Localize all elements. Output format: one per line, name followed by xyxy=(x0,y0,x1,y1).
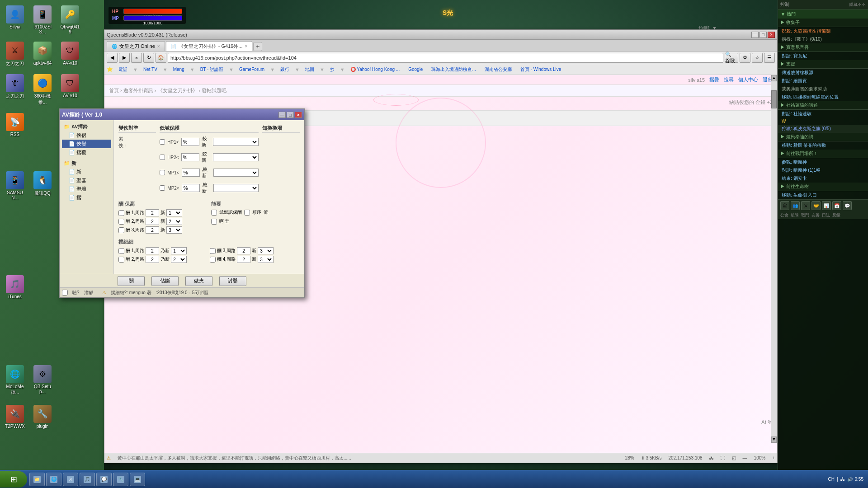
support-header[interactable]: ▶ 支援 xyxy=(780,61,866,67)
sub4-slot[interactable]: 123 xyxy=(258,256,274,263)
profile-link[interactable]: 個人中心 xyxy=(738,76,758,83)
desktop-icon-qq[interactable]: 🐧 騰訊QQ xyxy=(30,169,55,202)
sub3-slot[interactable]: 123 xyxy=(258,247,274,254)
av-restore-btn[interactable]: □ xyxy=(287,112,294,118)
av-discuss-btn[interactable]: 討鑿 xyxy=(219,276,246,286)
desktop-icon-samsung[interactable]: 📱 SAMSUN... xyxy=(2,169,28,202)
team-icon[interactable]: 👥 xyxy=(791,201,800,210)
mp1-select[interactable] xyxy=(213,169,258,177)
refresh-button[interactable]: ↻ xyxy=(143,53,154,63)
desktop-icon-i9100[interactable]: 📱 I9100ZSlS... xyxy=(30,4,55,36)
skill3-checkbox[interactable] xyxy=(118,227,124,233)
desktop-icon-plugin[interactable]: 🔧 plugin xyxy=(30,403,55,431)
address-bar[interactable]: http://bbs.g419.com/post.php?action=newt… xyxy=(168,53,723,63)
sub2-num[interactable] xyxy=(146,256,159,263)
bookmark-zhuhai[interactable]: 珠海出入境邊防檢查... xyxy=(428,65,479,74)
av-tree-item-2[interactable]: 📄俠變 xyxy=(62,140,111,148)
baoyini-header[interactable]: ▶ 寶意尼音吾 xyxy=(780,44,866,51)
desktop-icon-av[interactable]: 🛡 AV-v10 xyxy=(57,40,83,69)
bookmark-nettv[interactable]: Net TV xyxy=(140,66,160,73)
guild-icon[interactable]: 🏛 xyxy=(780,201,789,210)
bookmark-copy[interactable]: 抄 xyxy=(327,65,338,74)
desktop-icon-360[interactable]: 🔵 360手機推... xyxy=(30,72,55,108)
hp1-select[interactable] xyxy=(213,138,258,146)
taskbar-code-item[interactable]: 💻 xyxy=(130,473,145,486)
forward-button[interactable]: ▶ xyxy=(119,53,130,63)
lifetree-header[interactable]: ▶ 前往生命樹 xyxy=(780,183,866,190)
taskbar-browser-item[interactable]: 🌐 xyxy=(46,473,61,486)
skill2-num[interactable] xyxy=(146,218,159,225)
browser-tab-2[interactable]: 📄 《女皇之刀外掛》- G419外... × xyxy=(166,41,253,51)
taskbar-media-item[interactable]: 🎵 xyxy=(80,473,95,486)
fullscreen-icon[interactable]: ⛶ xyxy=(721,455,725,460)
settings-button[interactable]: ⚙ xyxy=(740,53,750,63)
window-icon[interactable]: ◱ xyxy=(732,455,736,460)
restore-button[interactable]: □ xyxy=(760,32,767,38)
lifetree-task[interactable]: 移動: 生命樹 入口 xyxy=(778,191,868,199)
colony-task[interactable]: 移動: 雜民 某某的移動 xyxy=(778,141,868,150)
hp2-input[interactable] xyxy=(181,153,199,161)
mp2-checkbox[interactable] xyxy=(160,185,165,191)
section-header-tasks[interactable]: ▼熱鬥 xyxy=(778,9,868,19)
skill1-checkbox[interactable] xyxy=(118,210,124,216)
browser-tab-1[interactable]: 🌐 女皇之刀 Online × xyxy=(107,41,165,51)
daily-icon[interactable]: 📅 xyxy=(832,201,841,210)
close-nav-button[interactable]: × xyxy=(131,53,142,63)
sub2-checkbox[interactable] xyxy=(118,257,124,263)
search-link[interactable]: 搜尋 xyxy=(724,76,734,83)
sub1-num[interactable] xyxy=(146,247,159,254)
vote-icon[interactable]: 📊 xyxy=(822,201,831,210)
tab1-close[interactable]: × xyxy=(157,44,160,49)
taskbar-chat-item[interactable]: 💬 xyxy=(96,473,112,486)
bookmark-meng[interactable]: Meng xyxy=(170,66,188,73)
fold-link[interactable]: 摺疊 xyxy=(709,76,719,83)
hp2-checkbox[interactable] xyxy=(160,155,165,160)
bookmark-yahoo[interactable]: ⭕ Yahoo! Hong Kong ... xyxy=(347,66,403,73)
mp2-select[interactable] xyxy=(213,184,258,192)
search-button[interactable]: 🔍 谷歌 xyxy=(725,53,738,63)
av-tree-item-6[interactable]: 📄聖壇 xyxy=(62,185,111,193)
minimize-button[interactable]: — xyxy=(751,32,759,38)
panel-hide[interactable]: 隱藏不不 xyxy=(849,2,866,8)
bookmark-gameforum[interactable]: GameForum xyxy=(236,66,268,73)
av-confirm-btn[interactable]: 做夾 xyxy=(185,276,212,286)
sub2-slot[interactable]: 123 xyxy=(171,256,187,263)
av-verify-checkbox[interactable] xyxy=(62,290,68,296)
colony-header[interactable]: ▶ 殖民泰迪的禍 xyxy=(780,134,866,140)
social-header[interactable]: ▶ 社站蓮駭的講述 xyxy=(780,102,866,108)
zoom-plus[interactable]: + xyxy=(772,455,775,460)
av-close-action-btn[interactable]: 關 xyxy=(118,276,145,286)
mp1-input[interactable] xyxy=(182,169,200,177)
bookmark-hunan[interactable]: 湖南省公安廳 xyxy=(481,65,515,74)
skill2-slot[interactable]: 123 xyxy=(166,218,182,225)
bookmark-google[interactable]: Google xyxy=(405,66,426,73)
av-tree-item-3[interactable]: 📄摺覆 xyxy=(62,148,111,157)
sub4-num[interactable] xyxy=(237,256,250,263)
av-tree-item-5[interactable]: 📄聖器 xyxy=(62,176,111,185)
new-tab-button[interactable]: + xyxy=(253,42,262,51)
hp1-input[interactable] xyxy=(181,138,199,146)
bookmark-home[interactable]: 首頁 - Windows Live xyxy=(517,65,565,74)
bookmark-map[interactable]: 地圖 xyxy=(302,65,317,74)
sub3-num[interactable] xyxy=(237,247,250,254)
support-task-1[interactable]: 傳送放射線根源 xyxy=(778,69,868,77)
desktop-icon-qbwg[interactable]: 🔑 Qbwg0419 xyxy=(57,4,83,36)
av-minimize-btn[interactable]: — xyxy=(278,112,286,118)
back-button[interactable]: ◀ xyxy=(107,53,118,63)
hp1-checkbox[interactable] xyxy=(160,139,165,145)
skill1-num[interactable] xyxy=(146,209,159,216)
match-icon[interactable]: ⚔ xyxy=(801,201,810,210)
av-tree-root[interactable]: 📁AV揮鈴 xyxy=(62,122,111,131)
feedback-icon[interactable]: 💬 xyxy=(843,201,852,210)
desktop-icon-apk[interactable]: 📦 apktw-64 xyxy=(30,40,55,69)
bookmark-bank[interactable]: 銀行 xyxy=(277,65,292,74)
tab2-close[interactable]: × xyxy=(245,44,248,49)
sub4-checkbox[interactable] xyxy=(210,257,216,263)
mp2-input[interactable] xyxy=(182,184,200,192)
order-checkbox[interactable] xyxy=(244,210,250,216)
start-button[interactable]: ⊞ xyxy=(0,471,27,488)
skill1-slot[interactable]: 123 xyxy=(166,209,182,216)
av-close-btn[interactable]: × xyxy=(295,112,302,118)
skill3-num[interactable] xyxy=(146,226,159,234)
desktop-icon-molo[interactable]: 🌐 MoLoMe揮... xyxy=(2,363,28,397)
